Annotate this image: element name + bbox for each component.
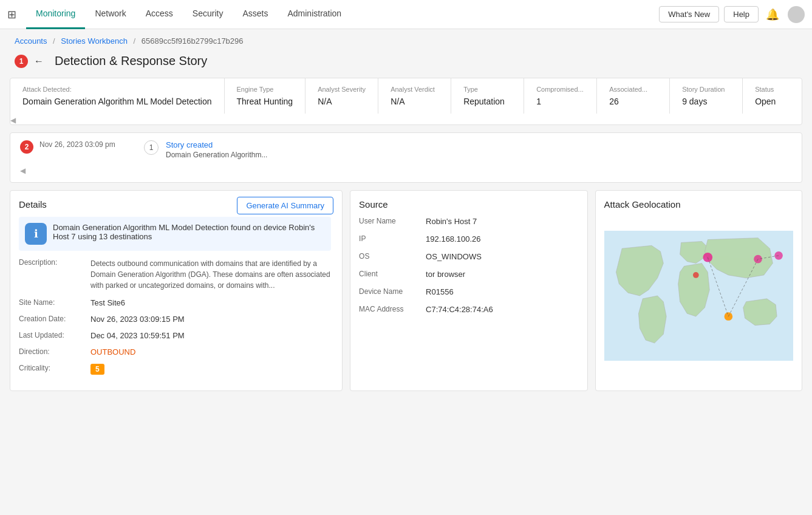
story-field-label-2: Analyst Severity [318,86,366,93]
nav-link-network[interactable]: Network [85,0,135,29]
story-field-value-6: 26 [609,97,657,106]
story-field-label-0: Attack Detected: [22,86,212,93]
story-field-duration: Story Duration 9 days [670,78,743,114]
source-value-username: Robin's Host 7 [426,217,477,226]
detail-label-creation-date: Creation Date: [19,315,86,323]
breadcrumb-story-id: 65689cc5f916b2799c17b296 [142,36,244,46]
timeline-description: Domain Generation Algorithm... [166,151,267,159]
detail-value-last-updated: Dec 04, 2023 10:59:51 PM [90,331,185,340]
whats-new-button[interactable]: What's New [659,6,719,22]
step-badge-2: 2 [20,140,33,154]
detail-label-description: Description: [19,258,86,267]
detail-value-creation-date: Nov 26, 2023 03:09:15 PM [90,315,185,324]
breadcrumb-sep-2: / [134,36,136,46]
source-label-os: OS [359,252,426,261]
nav-link-monitoring[interactable]: Monitoring [26,0,85,29]
story-field-value-8: Open [755,97,802,106]
story-field-value-3: N/A [391,97,438,106]
source-label-mac-address: MAC Address [359,305,426,313]
source-value-client: tor browser [426,270,465,279]
step-badge-1: 1 [15,55,28,68]
story-card: Attack Detected: Domain Generation Algor… [10,78,802,125]
detail-alert-box: ℹ Domain Generation Algorithm ML Model D… [19,217,331,251]
source-label-client: Client [359,270,426,278]
story-field-label-8: Status [755,86,802,93]
timeline-timestamp: Nov 26, 2023 03:09 pm [39,140,137,149]
alert-text: Domain Generation Algorithm ML Model Det… [53,223,325,241]
bell-icon[interactable]: 🔔 [766,8,779,21]
breadcrumb: Accounts / Stories Workbench / 65689cc5f… [0,29,812,49]
alert-info-icon: ℹ [25,223,47,245]
source-row-ip: IP 192.168.100.26 [359,234,579,244]
breadcrumb-sep-1: / [53,36,55,46]
story-field-value-2: N/A [318,97,366,106]
timeline-scroll-indicator[interactable]: ◀ [20,164,792,175]
story-field-analyst-severity: Analyst Severity N/A [305,78,378,114]
timeline-content: Story created Domain Generation Algorith… [166,140,267,159]
timeline-title[interactable]: Story created [166,140,267,149]
breadcrumb-stories-workbench[interactable]: Stories Workbench [61,36,128,46]
source-label-device-name: Device Name [359,287,426,296]
svg-point-5 [693,272,699,278]
nav-link-administration[interactable]: Administration [278,0,351,29]
detail-value-description: Detects outbound communication with doma… [90,258,331,291]
nav-link-access[interactable]: Access [136,0,183,29]
details-scroll[interactable]: ℹ Domain Generation Algorithm ML Model D… [19,217,333,382]
nav-link-assets[interactable]: Assets [233,0,278,29]
source-label-ip: IP [359,234,426,243]
page-title-row: 1 ← Detection & Response Story [0,49,812,78]
scroll-left-arrow: ◀ [10,116,16,124]
story-field-value-7: 9 days [682,97,730,106]
top-navigation: ⊞ Monitoring Network Access Security Ass… [0,0,812,29]
user-avatar[interactable] [788,6,805,23]
criticality-badge: 5 [90,364,104,375]
detail-label-criticality: Criticality: [19,364,86,372]
scroll-left-arrow-2: ◀ [20,166,26,175]
source-value-os: OS_WINDOWS [426,252,482,261]
detail-row-last-updated: Last Updated: Dec 04, 2023 10:59:51 PM [19,331,331,340]
timeline-entry: Nov 26, 2023 03:09 pm 1 Story created Do… [39,140,792,159]
story-field-type: Type Reputation [451,78,524,114]
story-card-inner: Attack Detected: Domain Generation Algor… [10,78,802,114]
story-field-label-4: Type [463,86,511,93]
bottom-panels: Details Generate AI Summary ℹ Domain Gen… [10,190,802,391]
detail-value-direction: OUTBOUND [90,347,135,356]
back-icon[interactable]: ← [34,56,44,67]
detail-row-creation-date: Creation Date: Nov 26, 2023 03:09:15 PM [19,315,331,324]
story-field-status: Status Open [743,78,802,114]
detail-label-last-updated: Last Updated: [19,331,86,339]
story-field-label-6: Associated... [609,86,657,93]
source-value-mac-address: C7:74:C4:28:74:A6 [426,305,493,314]
story-field-value-5: 1 [536,97,584,106]
story-field-attack-detected: Attack Detected: Domain Generation Algor… [10,78,225,114]
geolocation-panel-title: Attack Geolocation [604,199,793,210]
breadcrumb-accounts[interactable]: Accounts [15,36,47,46]
detail-row-criticality: Criticality: 5 [19,364,331,375]
source-value-ip: 192.168.100.26 [426,234,480,244]
story-field-label-1: Engine Type [237,86,293,93]
panel-geolocation: Attack Geolocation [595,190,802,391]
timeline-num-badge: 1 [144,140,159,155]
help-button[interactable]: Help [724,6,759,22]
panel-details: Details Generate AI Summary ℹ Domain Gen… [10,190,343,391]
page-title: Detection & Response Story [55,54,207,68]
story-field-value-1: Threat Hunting [237,97,293,106]
nav-links: Monitoring Network Access Security Asset… [26,0,659,29]
story-field-engine-type: Engine Type Threat Hunting [225,78,306,114]
story-field-analyst-verdict: Analyst Verdict N/A [378,78,451,114]
source-row-device-name: Device Name R01556 [359,287,579,296]
detail-value-site-name: Test Site6 [90,298,125,307]
geo-map [604,217,793,375]
grid-icon[interactable]: ⊞ [7,8,16,21]
detail-row-site-name: Site Name: Test Site6 [19,298,331,307]
nav-link-security[interactable]: Security [183,0,233,29]
story-field-label-3: Analyst Verdict [391,86,438,93]
detail-row-direction: Direction: OUTBOUND [19,347,331,356]
panel-source: Source User Name Robin's Host 7 IP 192.1… [350,190,588,391]
generate-ai-summary-button[interactable]: Generate AI Summary [237,197,333,214]
scroll-indicator[interactable]: ◀ [10,114,802,124]
source-row-client: Client tor browser [359,270,579,279]
timeline-section: 2 Nov 26, 2023 03:09 pm 1 Story created … [10,132,802,183]
source-value-device-name: R01556 [426,287,454,296]
story-field-label-7: Story Duration [682,86,730,93]
